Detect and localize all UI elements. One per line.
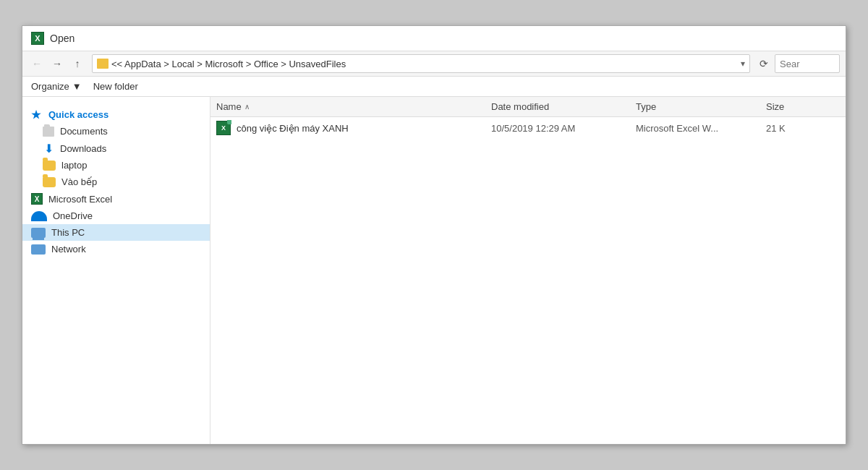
sidebar-item-network[interactable]: Network <box>22 241 210 257</box>
excel-sidebar-icon: X <box>31 193 43 205</box>
downloads-icon: ⬇ <box>43 142 54 154</box>
toolbar: ← → ↑ << AppData > Local > Microsoft > O… <box>22 51 846 77</box>
sort-arrow-icon: ∧ <box>244 103 250 111</box>
new-folder-button[interactable]: New folder <box>93 81 138 92</box>
search-input[interactable] <box>775 54 840 73</box>
file-size-cell: 21 K <box>766 123 840 134</box>
col-header-type[interactable]: Type <box>630 100 760 114</box>
forward-button[interactable]: → <box>48 55 66 72</box>
star-icon <box>31 108 43 120</box>
organize-button[interactable]: Organize ▼ <box>31 81 82 92</box>
title-bar: X Open <box>22 26 846 51</box>
sidebar-item-laptop[interactable]: laptop <box>22 157 210 174</box>
address-text: << AppData > Local > Microsoft > Office … <box>111 59 738 69</box>
file-type-cell: Microsoft Excel W... <box>636 123 766 134</box>
sidebar-item-downloads[interactable]: ⬇ Downloads <box>22 140 210 157</box>
open-dialog: X Open ← → ↑ << AppData > Local > Micros… <box>22 25 846 445</box>
sidebar-item-documents[interactable]: Documents <box>22 123 210 140</box>
sidebar: Quick access Documents ⬇ Downloads lapto… <box>22 97 210 444</box>
file-name-cell: X công việc Điện máy XANH <box>216 121 491 135</box>
sidebar-item-onedrive[interactable]: OneDrive <box>22 208 210 224</box>
sidebar-item-quick-access[interactable]: Quick access <box>22 103 210 123</box>
column-headers: Name ∧ Date modified Type Size <box>210 97 846 117</box>
excel-file-icon: X <box>216 121 231 135</box>
thispc-icon <box>31 228 46 238</box>
main-panel: Name ∧ Date modified Type Size X <box>210 97 846 444</box>
window-title: Open <box>50 33 75 44</box>
folder-vaobep-icon <box>43 177 56 187</box>
col-header-size[interactable]: Size <box>760 100 846 114</box>
files-list: X công việc Điện máy XANH 10/5/2019 12:2… <box>210 117 846 444</box>
address-bar[interactable]: << AppData > Local > Microsoft > Office … <box>92 54 750 73</box>
sidebar-item-vaobep[interactable]: Vào bếp <box>22 174 210 190</box>
network-icon <box>31 244 46 255</box>
onedrive-icon <box>31 211 47 221</box>
folder-icon <box>97 59 109 69</box>
col-header-name[interactable]: Name ∧ <box>210 100 485 114</box>
up-button[interactable]: ↑ <box>69 55 86 72</box>
sidebar-item-this-pc[interactable]: This PC <box>22 224 210 241</box>
col-header-date[interactable]: Date modified <box>485 100 630 114</box>
content-area: Quick access Documents ⬇ Downloads lapto… <box>22 97 846 444</box>
refresh-button[interactable]: ⟳ <box>756 56 772 72</box>
back-button[interactable]: ← <box>28 55 46 72</box>
excel-icon: X <box>31 32 44 45</box>
sidebar-item-microsoft-excel[interactable]: X Microsoft Excel <box>22 190 210 208</box>
documents-icon <box>43 127 54 137</box>
file-date-cell: 10/5/2019 12:29 AM <box>491 123 636 134</box>
action-bar: Organize ▼ New folder <box>22 77 846 97</box>
address-chevron-icon[interactable]: ▾ <box>741 59 745 69</box>
folder-laptop-icon <box>43 161 56 171</box>
table-row[interactable]: X công việc Điện máy XANH 10/5/2019 12:2… <box>210 117 846 139</box>
